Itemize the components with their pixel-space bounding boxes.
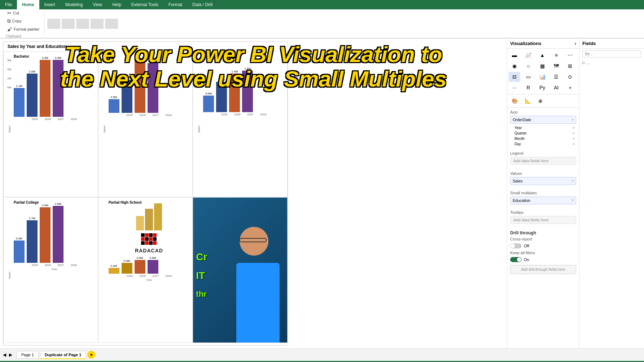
small-multiples-section: Small multiples Education ×	[507, 189, 579, 208]
viz-panel-expand[interactable]: ›	[575, 41, 576, 46]
thr-text: thr	[196, 290, 206, 299]
page-tab-1[interactable]: Page 1	[17, 351, 39, 359]
tab-external-tools[interactable]: External Tools	[126, 0, 163, 9]
page-tab-2[interactable]: Duplicate of Page 1	[40, 351, 86, 359]
ribbon-icon-1[interactable]	[47, 19, 60, 29]
bar[interactable]	[14, 88, 25, 117]
keep-filters-toggle[interactable]	[510, 257, 522, 262]
viz-icon-custom[interactable]: +	[564, 83, 576, 93]
viz-icon-scatter[interactable]: ⋯	[564, 50, 576, 60]
bar[interactable]	[27, 220, 38, 263]
viz-icon-table[interactable]: ⊞	[564, 61, 576, 71]
viz-icon-more[interactable]: ···	[509, 83, 520, 93]
bar[interactable]	[122, 80, 132, 113]
tab-data-drill[interactable]: Data / Drill	[187, 0, 218, 9]
viz-icon-fields[interactable]: ⊕	[535, 96, 546, 106]
bar[interactable]	[53, 206, 63, 263]
viz-icon-ribbon[interactable]: ≡	[551, 50, 562, 60]
viz-panel-header: Visualizations ›	[507, 39, 579, 49]
viz-icon-slicer[interactable]: ☰	[551, 72, 562, 82]
bar[interactable]	[229, 74, 240, 112]
bar[interactable]	[242, 71, 253, 112]
ribbon-icon-3[interactable]	[76, 19, 89, 29]
bar[interactable]	[14, 240, 25, 263]
axis-month-close[interactable]: ×	[573, 137, 575, 141]
tab-format[interactable]: Format	[163, 0, 187, 9]
canvas-area: Take Your Power BI Visualization to the …	[0, 39, 507, 348]
viz-icon-ai[interactable]: AI	[551, 83, 562, 93]
viz-icon-treemap[interactable]: ▦	[536, 61, 548, 71]
axis-year-close[interactable]: ×	[573, 126, 575, 130]
bar[interactable]	[27, 74, 38, 117]
viz-icon-bar[interactable]: ▬	[509, 50, 520, 60]
bar-group: 1.1M	[14, 84, 25, 117]
fields-search-input[interactable]	[582, 50, 641, 57]
bar[interactable]	[148, 63, 158, 113]
bar[interactable]	[109, 99, 119, 113]
bars-partial-college: 0.9M 1.7M 2.5M	[14, 205, 95, 263]
fields-expand-row: ▷ ...	[579, 59, 644, 66]
tooltips-field-box[interactable]: Add data fields here	[510, 216, 576, 224]
prev-page-btn[interactable]: ◀	[3, 352, 6, 357]
fields-search-area	[579, 49, 644, 59]
ribbon-icon-5[interactable]	[105, 19, 118, 29]
format-painter-icon: 🖌	[7, 26, 12, 32]
bar[interactable]	[53, 60, 63, 117]
x-axis-title-5: Year	[109, 278, 190, 282]
tab-modeling[interactable]: Modeling	[60, 0, 88, 9]
cross-report-toggle[interactable]	[510, 243, 522, 248]
tab-insert[interactable]: Insert	[39, 0, 60, 9]
ribbon-content: ✂ Cut ⧉ Copy 🖌 Format painter Clipboard	[0, 9, 644, 38]
axis-quarter-close[interactable]: ×	[573, 131, 575, 135]
bar[interactable]	[216, 82, 227, 112]
bar[interactable]	[135, 260, 145, 274]
copy-button[interactable]: ⧉ Copy	[6, 17, 23, 25]
chart-cell-partial-hs: Partial High School	[98, 197, 193, 343]
bar[interactable]	[203, 96, 214, 112]
viz-icon-pie[interactable]: ◉	[509, 61, 520, 71]
ribbon-icon-4[interactable]	[91, 19, 104, 29]
viz-icon-line[interactable]: 📈	[523, 50, 534, 60]
viz-icon-py[interactable]: Py	[536, 83, 548, 93]
fields-panel: Fields ▷ ...	[579, 39, 644, 348]
viz-icon-matrix[interactable]: ⊟	[509, 72, 520, 82]
values-close[interactable]: ×	[571, 179, 574, 183]
tab-help[interactable]: Help	[107, 0, 126, 9]
viz-icon-map[interactable]: 🗺	[551, 61, 562, 71]
sm-close[interactable]: ×	[571, 198, 574, 203]
tab-home[interactable]: Home	[17, 0, 39, 9]
x-labels-5: 2005 2006 2007 2008	[109, 274, 190, 278]
drill-field-box[interactable]: Add drill-through fields here	[510, 265, 576, 274]
bar[interactable]	[40, 60, 51, 117]
drill-through-section: Drill through Cross-report Off Keep all …	[507, 228, 579, 274]
viz-icon-card[interactable]: ▭	[523, 72, 534, 82]
next-page-btn[interactable]: ▶	[9, 352, 12, 357]
small-multiples-grid: Bachelor Sales 3M2M1M0M 1.1M 2.0M	[3, 51, 288, 343]
viz-icon-r[interactable]: R	[523, 83, 534, 93]
axis-day-close[interactable]: ×	[573, 142, 575, 146]
viz-icon-format[interactable]: 🎨	[509, 96, 520, 106]
viz-icon-donut[interactable]: ○	[523, 61, 534, 71]
format-painter-button[interactable]: 🖌 Format painter	[6, 26, 41, 33]
add-page-button[interactable]: +	[87, 351, 95, 359]
ribbon-icon-2[interactable]	[62, 19, 75, 29]
it-text: IT	[196, 270, 205, 282]
tab-view[interactable]: View	[88, 0, 107, 9]
viz-icon-area[interactable]: ▲	[536, 50, 548, 60]
legend-field-box[interactable]: Add data fields here	[510, 157, 576, 165]
fields-expand-icon[interactable]: ▷	[582, 60, 585, 65]
bars-2: 0.5M 1.2M 1.9M	[109, 55, 190, 113]
legend-section: Legend Add data fields here	[507, 149, 579, 169]
bar[interactable]	[40, 207, 51, 263]
bar[interactable]	[135, 61, 145, 113]
viz-icon-analytics[interactable]: 📐	[522, 96, 533, 106]
cut-button[interactable]: ✂ Cut	[6, 9, 21, 17]
bar[interactable]	[109, 268, 119, 274]
bar[interactable]	[148, 260, 158, 274]
viz-icon-gauge[interactable]: ⊙	[564, 72, 576, 82]
bar-group: 2.0M	[27, 70, 38, 117]
viz-icon-kpi[interactable]: 📊	[536, 72, 548, 82]
tab-file[interactable]: File	[0, 0, 17, 9]
axis-close[interactable]: ×	[571, 118, 574, 122]
bar[interactable]	[122, 263, 132, 274]
